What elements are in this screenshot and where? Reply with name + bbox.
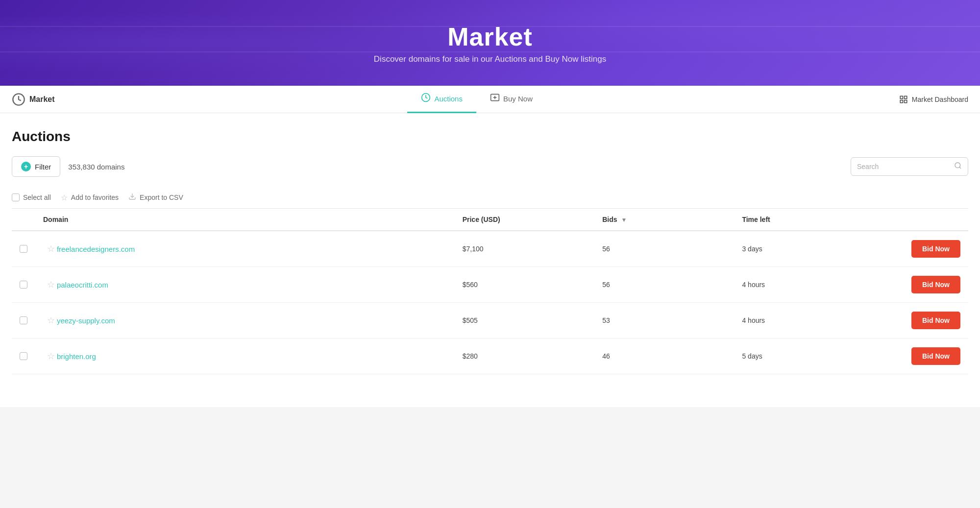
row-star-2[interactable]: ☆ [47, 315, 55, 325]
bid-now-button-0[interactable]: Bid Now [911, 240, 960, 258]
svg-rect-5 [900, 96, 903, 98]
th-action [874, 209, 968, 231]
row-checkbox-cell [12, 303, 35, 339]
domain-count: 353,830 domains [68, 163, 124, 171]
row-checkbox-cell [12, 267, 35, 303]
hero-title: Market [447, 22, 533, 51]
row-time-cell-3: 5 days [734, 339, 874, 374]
row-checkbox-cell [12, 339, 35, 374]
market-icon [12, 93, 25, 106]
favorites-label: Add to favorites [71, 194, 119, 201]
row-action-cell-2: Bid Now [874, 303, 968, 339]
domain-link-2[interactable]: yeezy-supply.com [57, 316, 115, 325]
hero-subtitle: Discover domains for sale in our Auction… [374, 54, 606, 64]
main-content: Auctions + Filter 353,830 domains Select… [0, 113, 980, 407]
row-action-cell-0: Bid Now [874, 231, 968, 267]
row-bids-cell-3: 46 [594, 339, 734, 374]
row-checkbox-cell [12, 231, 35, 267]
row-time-cell-1: 4 hours [734, 267, 874, 303]
dashboard-icon [899, 95, 908, 104]
svg-point-9 [955, 163, 960, 168]
svg-line-10 [959, 167, 961, 169]
row-checkbox-3[interactable] [20, 352, 27, 360]
row-checkbox-0[interactable] [20, 245, 27, 253]
filter-plus-icon: + [21, 162, 31, 171]
row-domain-cell-1: ☆ palaeocritti.com [35, 267, 455, 303]
bids-sort-icon: ▼ [621, 217, 627, 223]
market-dashboard-link[interactable]: Market Dashboard [899, 95, 968, 104]
auctions-icon [421, 93, 431, 105]
tab-buy-now[interactable]: Buy Now [476, 86, 546, 113]
domain-link-3[interactable]: brighten.org [57, 352, 96, 361]
row-price-cell-3: $280 [455, 339, 595, 374]
bid-now-button-2[interactable]: Bid Now [911, 312, 960, 329]
toolbar: Select all ☆ Add to favorites Export to … [12, 187, 968, 209]
table-row: ☆ yeezy-supply.com $505 53 4 hours Bid N… [12, 303, 968, 339]
row-star-1[interactable]: ☆ [47, 280, 55, 290]
tab-auctions[interactable]: Auctions [407, 86, 476, 113]
filter-label: Filter [35, 163, 51, 171]
bid-now-button-3[interactable]: Bid Now [911, 347, 960, 365]
bid-now-button-1[interactable]: Bid Now [911, 276, 960, 293]
row-bids-cell-2: 53 [594, 303, 734, 339]
select-all-checkbox[interactable] [12, 194, 20, 201]
hero-banner: Market Discover domains for sale in our … [0, 0, 980, 86]
export-download-icon [128, 193, 136, 202]
th-time: Time left [734, 209, 874, 231]
search-input[interactable] [857, 163, 954, 170]
navbar: Market Auctions Buy Now [0, 86, 980, 113]
row-price-cell-0: $7,100 [455, 231, 595, 267]
filter-bar: + Filter 353,830 domains [12, 156, 968, 177]
add-to-favorites-item[interactable]: ☆ Add to favorites [61, 193, 119, 202]
th-price: Price (USD) [455, 209, 595, 231]
table-row: ☆ palaeocritti.com $560 56 4 hours Bid N… [12, 267, 968, 303]
row-action-cell-3: Bid Now [874, 339, 968, 374]
buy-now-icon [490, 93, 500, 105]
nav-brand[interactable]: Market [12, 93, 55, 106]
th-bids[interactable]: Bids ▼ [594, 209, 734, 231]
row-bids-cell-1: 56 [594, 267, 734, 303]
svg-rect-8 [904, 100, 906, 102]
select-all-item[interactable]: Select all [12, 194, 51, 201]
th-domain: Domain [35, 209, 455, 231]
tab-auctions-label: Auctions [434, 95, 463, 103]
table-header-row: Domain Price (USD) Bids ▼ Time left [12, 209, 968, 231]
row-star-0[interactable]: ☆ [47, 244, 55, 254]
row-checkbox-1[interactable] [20, 281, 27, 289]
row-action-cell-1: Bid Now [874, 267, 968, 303]
domain-link-1[interactable]: palaeocritti.com [57, 281, 108, 289]
domain-link-0[interactable]: freelancedesigners.com [57, 245, 135, 253]
row-domain-cell-2: ☆ yeezy-supply.com [35, 303, 455, 339]
auction-table: Domain Price (USD) Bids ▼ Time left ☆ fr… [12, 209, 968, 374]
row-time-cell-0: 3 days [734, 231, 874, 267]
row-domain-cell-3: ☆ brighten.org [35, 339, 455, 374]
select-all-label: Select all [23, 194, 51, 201]
table-row: ☆ brighten.org $280 46 5 days Bid Now [12, 339, 968, 374]
search-box [851, 157, 968, 176]
export-label: Export to CSV [140, 194, 183, 201]
export-csv-item[interactable]: Export to CSV [128, 193, 183, 202]
table-row: ☆ freelancedesigners.com $7,100 56 3 day… [12, 231, 968, 267]
tab-buy-now-label: Buy Now [503, 95, 533, 103]
nav-brand-label: Market [29, 95, 55, 104]
th-checkbox [12, 209, 35, 231]
svg-rect-6 [904, 96, 906, 98]
row-star-3[interactable]: ☆ [47, 351, 55, 361]
search-icon[interactable] [954, 162, 962, 171]
favorites-star-icon: ☆ [61, 193, 68, 202]
dashboard-label: Market Dashboard [912, 96, 968, 103]
row-price-cell-2: $505 [455, 303, 595, 339]
row-time-cell-2: 4 hours [734, 303, 874, 339]
nav-tabs: Auctions Buy Now [407, 86, 546, 113]
svg-rect-7 [900, 100, 903, 102]
row-domain-cell-0: ☆ freelancedesigners.com [35, 231, 455, 267]
page-title: Auctions [12, 129, 968, 145]
filter-button[interactable]: + Filter [12, 156, 60, 177]
row-price-cell-1: $560 [455, 267, 595, 303]
row-bids-cell-0: 56 [594, 231, 734, 267]
row-checkbox-2[interactable] [20, 316, 27, 324]
